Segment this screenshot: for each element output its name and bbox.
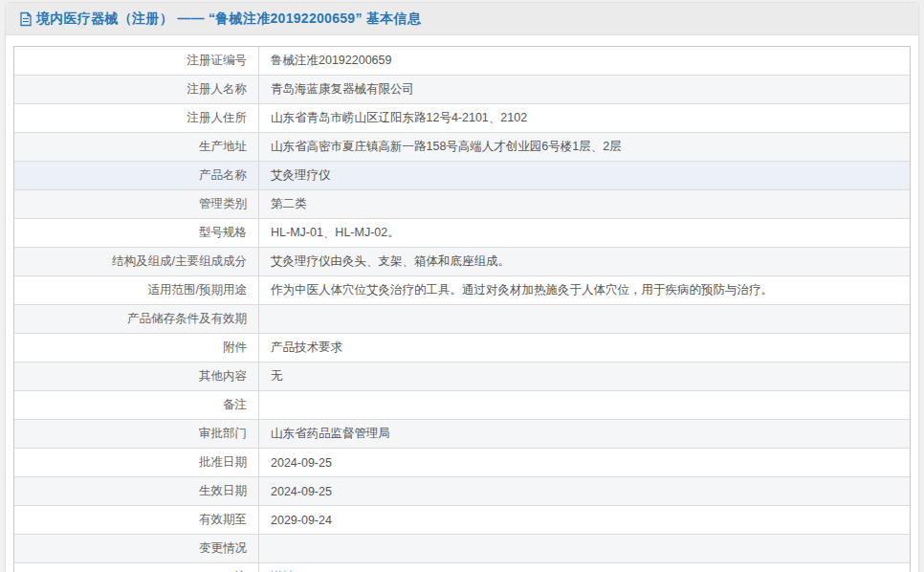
row-label: 产品储存条件及有效期	[14, 305, 259, 333]
row-label: 适用范围/预期用途	[14, 276, 259, 304]
row-label: 注册人住所	[14, 104, 259, 132]
row-value: 作为中医人体穴位艾灸治疗的工具。通过对灸材加热施灸于人体穴位，用于疾病的预防与治…	[259, 276, 910, 304]
row-value: 无	[259, 363, 910, 390]
table-row: 备注	[14, 390, 910, 419]
row-label: 备注	[14, 391, 259, 419]
row-value: 2024-09-25	[259, 449, 910, 476]
row-value: 第二类	[259, 190, 910, 218]
row-label: 产品名称	[14, 162, 259, 189]
registration-info-table: 注册证编号 鲁械注准20192200659 注册人名称 青岛海蓝康复器械有限公司…	[13, 46, 911, 572]
row-label: 生产地址	[14, 133, 259, 161]
table-row: 型号规格 HL-MJ-01、HL-MJ-02。	[14, 218, 910, 247]
row-label: 附件	[14, 334, 259, 362]
row-value: 山东省高密市夏庄镇高新一路158号高端人才创业园6号楼1层、2层	[259, 133, 910, 161]
table-row: 适用范围/预期用途 作为中医人体穴位艾灸治疗的工具。通过对灸材加热施灸于人体穴位…	[14, 275, 910, 304]
row-value: 2029-09-24	[259, 506, 910, 534]
row-label: 注	[14, 563, 259, 572]
row-value: HL-MJ-01、HL-MJ-02。	[259, 219, 910, 247]
row-value	[259, 391, 910, 419]
table-row: 产品储存条件及有效期	[14, 304, 910, 333]
row-value: 鲁械注准20192200659	[259, 47, 910, 75]
table-row: 审批部门 山东省药品监督管理局	[14, 419, 910, 448]
table-row: 注册证编号 鲁械注准20192200659	[14, 47, 910, 75]
registration-info-panel: 境内医疗器械（注册） —— “鲁械注准20192200659” 基本信息 注册证…	[5, 2, 919, 572]
table-row: 其他内容 无	[14, 362, 910, 390]
row-label: 有效期至	[14, 506, 259, 534]
row-label: 变更情况	[14, 535, 259, 562]
row-value: 青岛海蓝康复器械有限公司	[259, 76, 910, 103]
row-label: 审批部门	[14, 420, 259, 448]
table-row: 生效日期 2024-09-25	[14, 476, 910, 505]
row-label: 生效日期	[14, 477, 259, 505]
row-value: 山东省药品监督管理局	[259, 420, 910, 448]
row-value: 艾灸理疗仪	[259, 162, 910, 189]
table-row: 变更情况	[14, 534, 910, 562]
row-label: 注册证编号	[14, 47, 259, 75]
table-row: 附件 产品技术要求	[14, 333, 910, 362]
row-label: 结构及组成/主要组成成分	[14, 248, 259, 275]
table-row: 产品名称 艾灸理疗仪	[14, 161, 910, 189]
row-value: 艾灸理疗仪由灸头、支架、箱体和底座组成。	[259, 248, 910, 275]
panel-header: 境内医疗器械（注册） —— “鲁械注准20192200659” 基本信息	[6, 3, 918, 35]
row-label: 其他内容	[14, 363, 259, 390]
table-row: 有效期至 2029-09-24	[14, 505, 910, 534]
row-value: 详情	[259, 563, 910, 572]
table-row: 生产地址 山东省高密市夏庄镇高新一路158号高端人才创业园6号楼1层、2层	[14, 132, 910, 161]
document-icon	[19, 11, 33, 27]
row-value	[259, 535, 910, 562]
table-row: 管理类别 第二类	[14, 189, 910, 218]
row-label: 批准日期	[14, 449, 259, 476]
table-row: 注册人名称 青岛海蓝康复器械有限公司	[14, 75, 910, 103]
row-value: 产品技术要求	[259, 334, 910, 362]
table-row: 批准日期 2024-09-25	[14, 448, 910, 476]
table-row: 结构及组成/主要组成成分 艾灸理疗仪由灸头、支架、箱体和底座组成。	[14, 247, 910, 275]
table-row: 注册人住所 山东省青岛市崂山区辽阳东路12号4-2101、2102	[14, 103, 910, 132]
table-row-note: 注 详情	[14, 562, 910, 572]
page-title: 境内医疗器械（注册） —— “鲁械注准20192200659” 基本信息	[36, 11, 421, 28]
row-label: 型号规格	[14, 219, 259, 247]
row-label: 注册人名称	[14, 76, 259, 103]
row-value: 山东省青岛市崂山区辽阳东路12号4-2101、2102	[259, 104, 910, 132]
row-label: 管理类别	[14, 190, 259, 218]
row-value: 2024-09-25	[259, 477, 910, 505]
row-value	[259, 305, 910, 333]
